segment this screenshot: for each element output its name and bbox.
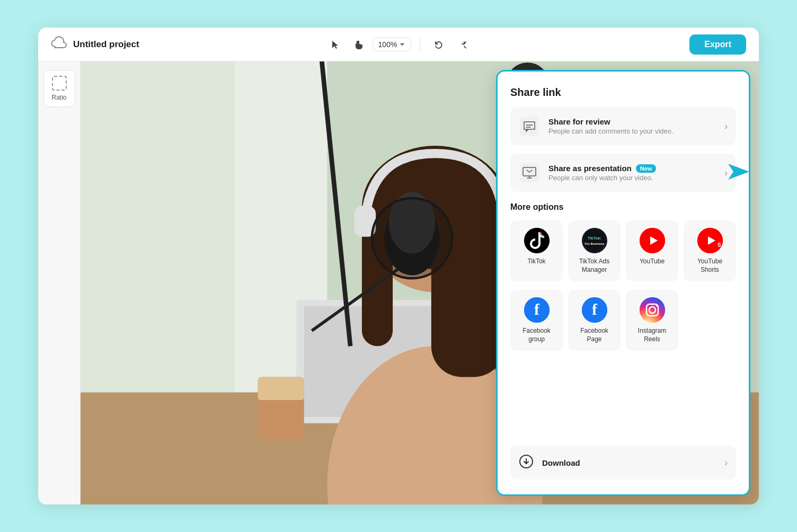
download-chevron: ›: [724, 457, 728, 468]
header-right: Export: [515, 34, 746, 55]
presentation-title: Share as presentation New: [548, 164, 716, 173]
facebook-group-label: Facebook group: [515, 327, 559, 343]
svg-rect-14: [258, 377, 304, 400]
project-title: Untitled project: [73, 39, 139, 50]
instagram-logo: [640, 297, 665, 323]
facebook-page-label: Facebook Page: [572, 327, 616, 343]
canvas-area: Share link Share for revie: [81, 61, 759, 504]
youtube-label: YouTube: [640, 258, 665, 266]
presentation-desc: People can only watch your video.: [548, 174, 716, 182]
facebook-page-logo: f: [582, 297, 607, 323]
export-button[interactable]: Export: [689, 34, 746, 55]
sidebar: Ratio: [38, 61, 81, 504]
tiktok-ads-label: TikTok Ads Manager: [572, 258, 616, 274]
download-label: Download: [542, 458, 716, 467]
new-badge: New: [636, 164, 657, 173]
social-instagram-reels[interactable]: Instagram Reels: [626, 290, 678, 351]
share-panel: Share link Share for revie: [496, 70, 750, 496]
youtube-shorts-logo: S: [697, 228, 723, 253]
ratio-label: Ratio: [51, 94, 66, 101]
main-area: Ratio: [38, 61, 759, 504]
redo-button[interactable]: [452, 35, 471, 54]
youtube-logo: [640, 228, 665, 253]
ratio-button[interactable]: Ratio: [43, 70, 75, 107]
svg-rect-48: [640, 297, 665, 323]
svg-point-30: [372, 198, 452, 278]
social-grid-bottom: f Facebook group f: [510, 290, 736, 351]
review-chevron: ›: [724, 121, 728, 132]
social-grid-top: TikTok TikTok: For Business: [510, 220, 736, 281]
presentation-text: Share as presentation New People can onl…: [548, 164, 716, 182]
social-facebook-page[interactable]: f Facebook Page: [568, 290, 621, 351]
review-desc: People can add comments to your video.: [548, 127, 716, 135]
social-tiktok[interactable]: TikTok: [510, 220, 563, 281]
share-as-presentation[interactable]: Share as presentation New People can onl…: [510, 154, 736, 192]
review-text: Share for review People can add comments…: [548, 117, 716, 135]
svg-rect-31: [520, 117, 539, 136]
youtube-shorts-label: YouTube Shorts: [688, 258, 732, 274]
review-title: Share for review: [548, 117, 716, 126]
instagram-reels-label: Instagram Reels: [630, 327, 674, 343]
svg-point-51: [656, 305, 657, 307]
header-center: 100%: [282, 35, 514, 54]
social-empty: [684, 290, 736, 351]
svg-text:f: f: [592, 300, 598, 318]
social-facebook-group[interactable]: f Facebook group: [510, 290, 563, 351]
svg-text:For Business: For Business: [585, 242, 604, 245]
header-divider: [420, 37, 420, 52]
ratio-icon: [52, 76, 67, 91]
social-youtube[interactable]: YouTube: [626, 220, 678, 281]
cloud-icon: [51, 35, 68, 54]
download-icon: [519, 454, 534, 471]
presentation-icon: [519, 162, 540, 183]
svg-marker-34: [728, 164, 749, 180]
svg-rect-35: [524, 228, 550, 253]
facebook-group-logo: f: [524, 297, 550, 323]
svg-text:S: S: [718, 242, 721, 248]
social-youtube-shorts[interactable]: S YouTube Shorts: [684, 220, 736, 281]
review-icon: [519, 116, 540, 137]
canvas-placeholder: Share link Share for revie: [81, 61, 759, 504]
svg-text:f: f: [534, 300, 540, 318]
header-left: Untitled project: [51, 35, 282, 54]
hand-tool[interactable]: [349, 35, 368, 54]
svg-text:TikTok:: TikTok:: [588, 236, 601, 241]
tiktok-ads-logo: TikTok: For Business: [582, 228, 607, 253]
social-tiktok-ads[interactable]: TikTok: For Business TikTok Ads Manager: [568, 220, 621, 281]
download-button[interactable]: Download ›: [510, 446, 736, 480]
share-for-review[interactable]: Share for review People can add comments…: [510, 107, 736, 145]
undo-button[interactable]: [429, 35, 448, 54]
pointer-arrow: [725, 158, 750, 187]
more-options-title: More options: [510, 202, 736, 212]
tiktok-logo: [524, 228, 550, 253]
pointer-tool[interactable]: [326, 35, 345, 54]
zoom-value: 100%: [378, 40, 397, 49]
tiktok-label: TikTok: [527, 258, 545, 266]
svg-marker-0: [332, 41, 338, 49]
app-window: Untitled project 100%: [38, 28, 759, 504]
zoom-selector[interactable]: 100%: [373, 38, 412, 51]
header: Untitled project 100%: [38, 28, 759, 61]
share-title: Share link: [510, 86, 736, 99]
